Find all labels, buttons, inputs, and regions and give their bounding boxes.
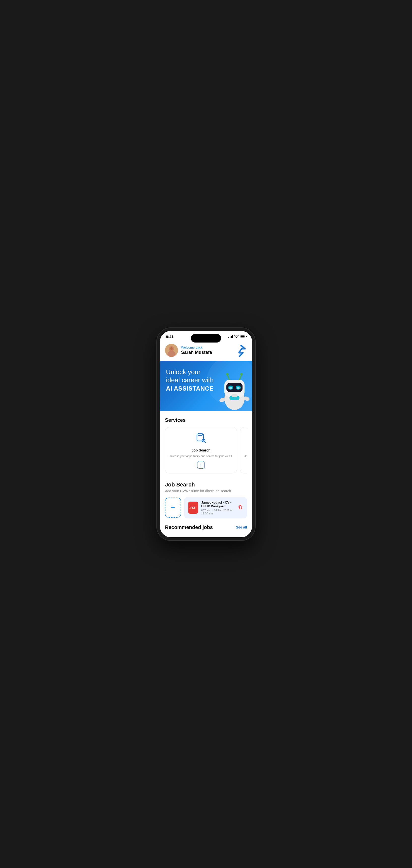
cv-delete-button[interactable]	[237, 504, 243, 511]
services-title: Services	[165, 417, 247, 423]
signal-bar-2	[230, 337, 230, 338]
status-time: 9:41	[166, 335, 174, 339]
wifi-icon	[234, 335, 238, 339]
user-text: Welcome back Sarah Mustafa	[181, 345, 212, 355]
dynamic-island	[191, 334, 221, 343]
pdf-label: PDF	[190, 506, 196, 509]
cv-file-size: 867 Kb	[201, 509, 210, 512]
cv-file-card: PDF Jamet kudasi - CV - UI/UX Designer 8…	[184, 497, 247, 519]
service-desc-0: Increase your opportunity and search for…	[169, 454, 233, 458]
cv-file-info: Jamet kudasi - CV - UI/UX Designer 867 K…	[201, 501, 234, 515]
svg-point-11	[237, 387, 240, 389]
pdf-icon: PDF	[188, 502, 198, 514]
recommended-section: Recommended jobs See all G Sr. UX Design…	[160, 519, 252, 537]
cv-file-meta: 867 Kb . 14 Feb 2022 at 11:30 am	[201, 509, 234, 515]
hero-line2: ideal career with	[166, 376, 213, 384]
hero-line1: Unlock your	[166, 368, 201, 376]
cv-file-name: Jamet kudasi - CV - UI/UX Designer	[201, 501, 234, 508]
svg-point-10	[229, 387, 232, 389]
user-info: Welcome back Sarah Mustafa	[165, 344, 212, 357]
hero-banner: Unlock your ideal career with AI ASSISTA…	[160, 361, 252, 411]
screen-content: 9:41	[160, 331, 252, 537]
services-section: Services Job Search	[160, 411, 252, 475]
signal-bar-4	[232, 335, 233, 338]
app-logo	[234, 344, 247, 357]
welcome-text: Welcome back	[181, 345, 212, 349]
job-search-subtitle: Add your CV/Resume for direct job search	[165, 489, 247, 493]
battery-icon	[240, 335, 246, 338]
hero-highlight: AI ASSISTANCE	[166, 385, 213, 392]
cv-upload-area: + PDF Jamet kudasi - CV - UI/UX Designer…	[165, 497, 247, 519]
svg-point-13	[226, 373, 229, 375]
svg-point-4	[170, 347, 173, 350]
battery-fill	[240, 336, 244, 338]
user-name: Sarah Mustafa	[181, 350, 212, 355]
services-scroll[interactable]: Job Search Increase your opportunity and…	[165, 427, 247, 475]
hero-robot	[214, 366, 252, 411]
header: Welcome back Sarah Mustafa	[160, 341, 252, 361]
service-card-cv-enhance[interactable]: CV Enhancment Upgrade your resume with A…	[240, 427, 247, 473]
signal-bar-1	[228, 337, 229, 338]
job-search-title: Job Search	[165, 482, 247, 488]
svg-line-14	[239, 375, 241, 380]
service-name-0: Job Search	[192, 448, 210, 452]
cv-add-button[interactable]: +	[165, 498, 181, 518]
job-search-icon	[196, 432, 206, 445]
signal-bars-icon	[228, 335, 233, 338]
hero-text: Unlock your ideal career with AI ASSISTA…	[166, 368, 216, 393]
job-card-0[interactable]: G Sr. UX Designer Google ATS result	[165, 534, 247, 537]
svg-line-23	[205, 441, 206, 442]
service-desc-1: Upgrade your resume with AI assistance	[244, 454, 247, 458]
recommended-header: Recommended jobs See all	[165, 525, 247, 530]
status-bar: 9:41	[160, 331, 252, 341]
signal-bar-3	[231, 336, 232, 338]
status-icons	[228, 335, 246, 339]
svg-rect-19	[231, 394, 237, 397]
phone-screen: 9:41	[160, 331, 252, 537]
phone-frame: 9:41	[157, 328, 255, 540]
job-search-section: Job Search Add your CV/Resume for direct…	[160, 475, 252, 519]
service-card-job-search[interactable]: Job Search Increase your opportunity and…	[165, 427, 237, 473]
svg-point-15	[240, 373, 243, 375]
svg-line-12	[227, 375, 229, 380]
avatar	[165, 344, 178, 357]
recommended-title: Recommended jobs	[165, 525, 213, 530]
service-arrow-0[interactable]: ›	[197, 461, 205, 469]
see-all-button[interactable]: See all	[236, 525, 247, 529]
